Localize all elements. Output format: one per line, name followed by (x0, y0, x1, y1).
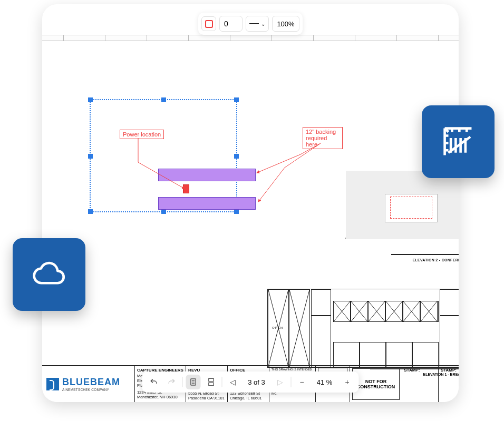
plus-icon: + (345, 378, 349, 386)
stroke-width-input[interactable] (219, 16, 243, 32)
rectangle-icon (205, 20, 213, 28)
resize-handle[interactable] (234, 209, 239, 214)
next-page-button[interactable]: ▷ (273, 375, 288, 389)
bottom-toolbar: ◁ 3 of 3 ▷ − 41 % + (142, 371, 359, 393)
resize-handle[interactable] (234, 97, 239, 102)
elevation-2-title: ELEVATION 2 - CONFERENCE ROOM 02 (366, 256, 459, 262)
cell-line: Pasadena CA 91101 (188, 396, 225, 400)
open-label: OPEN (272, 326, 283, 329)
redo-button[interactable] (164, 375, 179, 389)
rectangle-tool-button[interactable] (201, 16, 216, 31)
single-page-view-button[interactable] (186, 375, 201, 389)
not-for-construction: NOT FOR CONSTRUCTION (352, 368, 400, 400)
bluebeam-logo-text: BLUEBEAM (62, 377, 120, 388)
cell-line: Chicago, IL 60601 (230, 396, 267, 400)
stamp-cell-2: STAMP: (439, 366, 459, 402)
continuous-icon (207, 378, 216, 386)
svg-rect-25 (209, 378, 214, 381)
top-zoom-display[interactable]: 100% (272, 16, 299, 32)
resize-handle[interactable] (88, 209, 93, 214)
chevron-left-icon: ◁ (230, 378, 236, 386)
line-style-dropdown[interactable]: ⌄ (246, 16, 269, 32)
stamp-cell-1: STAMP: (402, 366, 439, 402)
resize-handle[interactable] (234, 154, 239, 159)
chevron-right-icon: ▷ (277, 378, 283, 386)
continuous-view-button[interactable] (204, 375, 219, 389)
elevation-1-kitchen: OPEN OPE (267, 289, 459, 368)
elevation-2-dashed-markup[interactable] (390, 197, 432, 219)
zoom-out-button[interactable]: − (295, 375, 309, 389)
prev-page-button[interactable]: ◁ (226, 375, 240, 389)
zoom-in-button[interactable]: + (340, 375, 355, 389)
toolbar-divider (291, 377, 292, 387)
cell-heading: STAMP: (404, 368, 436, 373)
app-window: ⌄ 100% Power location 12" backing requir… (42, 4, 459, 402)
single-page-icon (189, 378, 198, 386)
markup-rectangle[interactable] (158, 197, 256, 210)
undo-button[interactable] (147, 375, 161, 389)
cell-line: Manchester, NH 06930 (137, 395, 183, 399)
drawing-canvas[interactable]: Power location 12" backing required here… (42, 41, 459, 402)
markup-power-marker[interactable] (183, 184, 189, 193)
cloud-tile[interactable] (13, 238, 85, 311)
bluebeam-logo-subtext: A NEMETSCHEK COMPANY (62, 388, 120, 391)
elevation-2-title-rule (391, 254, 459, 255)
resize-handle[interactable] (88, 97, 93, 102)
top-toolbar: ⌄ 100% (198, 13, 303, 35)
zoom-level[interactable]: 41 % (313, 378, 337, 386)
resize-handle[interactable] (88, 154, 93, 159)
cloud-icon (30, 255, 69, 294)
bluebeam-logo-icon (46, 378, 59, 390)
resize-handle[interactable] (161, 209, 166, 214)
callout-backing[interactable]: 12" backing required here (303, 127, 343, 149)
markup-rectangle[interactable] (158, 169, 256, 181)
svg-rect-26 (209, 383, 214, 385)
line-style-icon (249, 23, 259, 24)
count-tile[interactable] (422, 105, 495, 178)
ruler (42, 35, 459, 41)
tally-grid-icon (439, 122, 478, 161)
logo-cell: BLUEBEAM A NEMETSCHEK COMPANY (42, 366, 135, 402)
toolbar-divider (222, 377, 222, 387)
cell-heading: STAMP: (441, 368, 457, 373)
resize-handle[interactable] (161, 97, 166, 102)
callout-power-location[interactable]: Power location (120, 130, 164, 139)
redo-icon (168, 378, 176, 386)
chevron-down-icon: ⌄ (261, 21, 265, 27)
page-indicator[interactable]: 3 of 3 (244, 378, 270, 386)
toolbar-divider (182, 377, 183, 387)
undo-icon (150, 378, 158, 386)
minus-icon: − (299, 378, 304, 386)
selection-marquee[interactable] (90, 99, 237, 212)
elevation-2-title-text: ELEVATION 2 - CONFERENCE ROOM (412, 258, 459, 262)
